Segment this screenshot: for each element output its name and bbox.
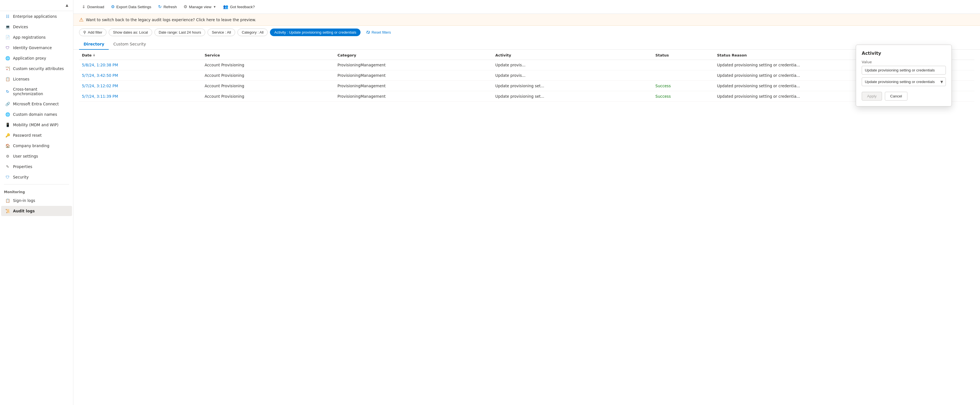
- cell-date-0[interactable]: 5/8/24, 1:20:38 PM: [79, 60, 202, 70]
- cell-date-2[interactable]: 5/7/24, 3:12:02 PM: [79, 81, 202, 91]
- sidebar-item-sign-in-logs[interactable]: 📋 Sign-in logs: [1, 195, 72, 206]
- audit-logs-table-container: Date ↓ Service Category Activity Status …: [73, 50, 980, 405]
- sidebar-item-label: Custom domain names: [13, 112, 57, 116]
- notice-bar[interactable]: ⚠ Want to switch back to the legacy audi…: [73, 14, 980, 26]
- sidebar-item-company-branding[interactable]: 🏠 Company branding: [1, 141, 72, 151]
- sidebar-item-label: Microsoft Entra Connect: [13, 102, 59, 106]
- manage-view-button[interactable]: ⚙ Manage view ▼: [181, 3, 219, 11]
- sort-icon: ↓: [93, 53, 95, 57]
- table-row[interactable]: 5/7/24, 3:12:02 PM Account Provisioning …: [79, 81, 974, 91]
- popover-actions: Apply Cancel: [862, 92, 946, 100]
- export-label: Export Data Settings: [116, 5, 151, 9]
- add-filter-button[interactable]: ⚲ Add filter: [79, 29, 107, 36]
- sidebar-item-label: Audit logs: [13, 209, 35, 213]
- sidebar-item-mobility-mdm[interactable]: 📱 Mobility (MDM and WIP): [1, 120, 72, 130]
- tab-directory[interactable]: Directory: [79, 39, 109, 50]
- download-icon: ⇓: [82, 4, 86, 9]
- connect-icon: 🔗: [5, 101, 10, 107]
- sidebar-item-label: Enterprise applications: [13, 14, 57, 19]
- sidebar-item-password-reset[interactable]: 🔑 Password reset: [1, 130, 72, 140]
- sidebar-item-audit-logs[interactable]: 📜 Audit logs: [1, 206, 72, 216]
- col-service[interactable]: Service: [202, 50, 335, 60]
- refresh-button[interactable]: ↻ Refresh: [155, 3, 180, 11]
- notice-text: Want to switch back to the legacy audit …: [86, 18, 256, 22]
- toolbar: ⇓ Download ⚙ Export Data Settings ↻ Refr…: [73, 0, 980, 14]
- service-label: Service : All: [212, 30, 231, 35]
- date-range-label: Date range: Last 24 hours: [159, 30, 201, 35]
- sidebar-item-licenses[interactable]: 📋 Licenses: [1, 74, 72, 84]
- popover-value-input[interactable]: [862, 66, 946, 75]
- sidebar-item-label: User settings: [13, 154, 38, 158]
- table-row[interactable]: 5/8/24, 1:20:38 PM Account Provisioning …: [79, 60, 974, 70]
- cell-category-2: ProvisioningManagement: [334, 81, 492, 91]
- properties-icon: ✎: [5, 164, 10, 169]
- show-dates-chip[interactable]: Show dates as: Local: [109, 29, 152, 36]
- tab-custom-security[interactable]: Custom Security: [109, 39, 151, 50]
- key-icon: 🔑: [5, 133, 10, 138]
- mobile-icon: 📱: [5, 122, 10, 128]
- refresh-icon: ↻: [158, 4, 162, 9]
- popover-activity-select[interactable]: Update provisioning setting or credentia…: [862, 77, 946, 86]
- sidebar-item-label: Custom security attributes: [13, 66, 64, 71]
- shield-icon: 🛡: [5, 175, 10, 180]
- grid-icon: ☷: [5, 14, 10, 19]
- sidebar-item-label: App registrations: [13, 35, 46, 40]
- reset-filters-button[interactable]: 🗘 Reset filters: [364, 29, 393, 36]
- sidebar-item-devices[interactable]: 💻 Devices: [1, 22, 72, 32]
- cell-date-1[interactable]: 5/7/24, 3:42:50 PM: [79, 70, 202, 81]
- sidebar-item-label: Devices: [13, 25, 28, 29]
- sidebar-item-user-settings[interactable]: ⚙ User settings: [1, 151, 72, 161]
- monitoring-section-label: Monitoring: [0, 186, 73, 195]
- service-chip[interactable]: Service : All: [207, 29, 235, 36]
- category-chip[interactable]: Category : All: [237, 29, 268, 36]
- cell-category-0: ProvisioningManagement: [334, 60, 492, 70]
- filter-bar: ⚲ Add filter Show dates as: Local Date r…: [73, 26, 980, 39]
- sidebar-item-ms-entra-connect[interactable]: 🔗 Microsoft Entra Connect: [1, 99, 72, 109]
- sidebar-item-label: Company branding: [13, 144, 49, 148]
- custom-sec-icon: 🏹: [5, 66, 10, 71]
- sidebar-collapse-button[interactable]: ▲: [63, 2, 71, 9]
- col-category[interactable]: Category: [334, 50, 492, 60]
- cell-date-3[interactable]: 5/7/24, 3:11:39 PM: [79, 91, 202, 102]
- sidebar-item-security[interactable]: 🛡 Security: [1, 172, 72, 182]
- sidebar-item-label: Sign-in logs: [13, 198, 35, 203]
- download-button[interactable]: ⇓ Download: [79, 3, 107, 11]
- filter-funnel-icon: ⚲: [83, 30, 86, 35]
- domain-icon: 🌐: [5, 112, 10, 117]
- cell-service-2: Account Provisioning: [202, 81, 335, 91]
- table-row[interactable]: 5/7/24, 3:11:39 PM Account Provisioning …: [79, 91, 974, 102]
- shield-check-icon: 🛡: [5, 45, 10, 50]
- popover-cancel-button[interactable]: Cancel: [885, 92, 907, 100]
- sidebar-item-properties[interactable]: ✎ Properties: [1, 161, 72, 172]
- sidebar-item-application-proxy[interactable]: 🌐 Application proxy: [1, 53, 72, 63]
- reset-filters-icon: 🗘: [366, 30, 370, 35]
- sidebar-item-identity-governance[interactable]: 🛡 Identity Governance: [1, 43, 72, 53]
- date-range-chip[interactable]: Date range: Last 24 hours: [154, 29, 205, 36]
- popover-apply-button[interactable]: Apply: [862, 92, 882, 100]
- col-activity[interactable]: Activity: [492, 50, 652, 60]
- table-row[interactable]: 5/7/24, 3:42:50 PM Account Provisioning …: [79, 70, 974, 81]
- sidebar-item-app-registrations[interactable]: 📄 App registrations: [1, 32, 72, 42]
- export-data-settings-button[interactable]: ⚙ Export Data Settings: [108, 3, 154, 11]
- sidebar-item-custom-domain-names[interactable]: 🌐 Custom domain names: [1, 109, 72, 120]
- add-filter-label: Add filter: [88, 30, 102, 35]
- col-status[interactable]: Status: [652, 50, 714, 60]
- cell-category-1: ProvisioningManagement: [334, 70, 492, 81]
- sidebar-item-label: Cross-tenant synchronization: [13, 87, 68, 96]
- sidebar-item-custom-security-attributes[interactable]: 🏹 Custom security attributes: [1, 64, 72, 74]
- download-label: Download: [87, 5, 104, 9]
- cell-category-3: ProvisioningManagement: [334, 91, 492, 102]
- sidebar-item-enterprise-applications[interactable]: ☷ Enterprise applications: [1, 11, 72, 21]
- sidebar-item-label: Application proxy: [13, 56, 46, 61]
- sidebar-item-label: Security: [13, 175, 29, 179]
- sidebar: ▲ ☷ Enterprise applications 💻 Devices 📄 …: [0, 0, 73, 405]
- cell-service-0: Account Provisioning: [202, 60, 335, 70]
- sidebar-item-cross-tenant-sync[interactable]: ↻ Cross-tenant synchronization: [1, 85, 72, 99]
- feedback-button[interactable]: 👥 Got feedback?: [220, 3, 258, 11]
- export-icon: ⚙: [111, 4, 115, 9]
- sidebar-item-label: Password reset: [13, 133, 42, 137]
- feedback-icon: 👥: [223, 4, 228, 9]
- manage-view-icon: ⚙: [183, 4, 187, 9]
- col-date[interactable]: Date ↓: [79, 50, 202, 60]
- activity-chip[interactable]: Activity : Update provisioning setting o…: [270, 29, 360, 36]
